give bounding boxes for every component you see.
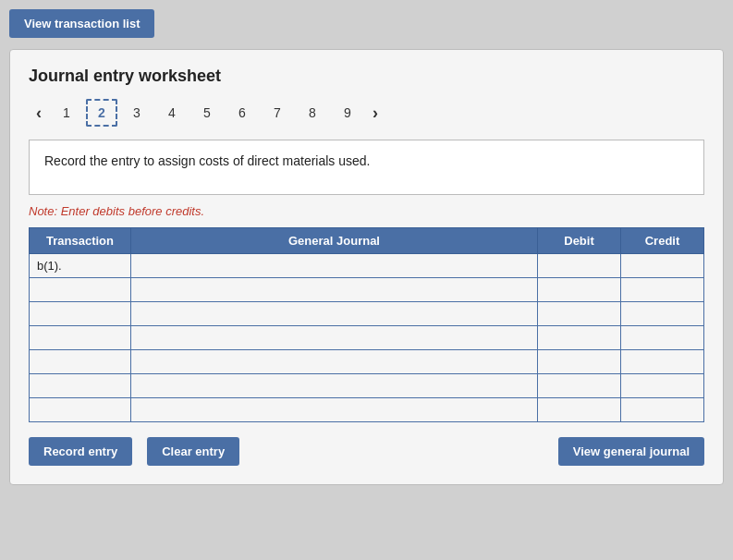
- cell-debit-1[interactable]: [538, 278, 621, 302]
- cell-transaction-2: [30, 302, 131, 326]
- cell-debit-3[interactable]: [538, 326, 621, 350]
- col-header-credit: Credit: [621, 228, 704, 254]
- next-page-button[interactable]: ›: [365, 100, 385, 127]
- input-debit-0[interactable]: [538, 254, 620, 277]
- cell-transaction-4: [30, 350, 131, 374]
- note-text: Note: Enter debits before credits.: [29, 204, 704, 218]
- cell-transaction-6: [30, 398, 131, 422]
- col-header-transaction: Transaction: [30, 228, 131, 254]
- input-debit-1[interactable]: [538, 278, 620, 301]
- cell-credit-0[interactable]: [621, 254, 704, 278]
- col-header-debit: Debit: [538, 228, 621, 254]
- input-debit-3[interactable]: [538, 326, 620, 349]
- table-row: [30, 302, 704, 326]
- cell-credit-4[interactable]: [621, 350, 704, 374]
- main-card: Journal entry worksheet ‹ 1 2 3 4 5 6 7 …: [9, 49, 724, 485]
- input-journal-0[interactable]: [131, 254, 537, 277]
- cell-debit-0[interactable]: [538, 254, 621, 278]
- view-general-journal-button[interactable]: View general journal: [558, 437, 704, 466]
- page-9[interactable]: 9: [332, 99, 363, 127]
- table-row: b(1).: [30, 254, 704, 278]
- input-credit-6[interactable]: [621, 398, 703, 421]
- cell-credit-5[interactable]: [621, 374, 704, 398]
- table-row: [30, 374, 704, 398]
- input-credit-2[interactable]: [621, 302, 703, 325]
- cell-transaction-0: b(1).: [30, 254, 131, 278]
- journal-table: Transaction General Journal Debit Credit…: [29, 227, 704, 422]
- page-3[interactable]: 3: [121, 99, 153, 127]
- page-2[interactable]: 2: [86, 99, 117, 127]
- input-debit-6[interactable]: [538, 398, 620, 421]
- cell-debit-5[interactable]: [538, 374, 621, 398]
- cell-journal-4[interactable]: [131, 350, 538, 374]
- input-journal-6[interactable]: [131, 398, 537, 421]
- input-debit-2[interactable]: [538, 302, 620, 325]
- cell-journal-0[interactable]: [131, 254, 538, 278]
- clear-entry-button[interactable]: Clear entry: [147, 437, 239, 466]
- cell-journal-1[interactable]: [131, 278, 538, 302]
- bottom-buttons: Record entry Clear entry View general jo…: [29, 437, 704, 466]
- input-credit-1[interactable]: [621, 278, 703, 301]
- table-row: [30, 398, 704, 422]
- cell-debit-2[interactable]: [538, 302, 621, 326]
- input-credit-5[interactable]: [621, 374, 703, 397]
- cell-transaction-3: [30, 326, 131, 350]
- cell-transaction-1: [30, 278, 131, 302]
- cell-debit-4[interactable]: [538, 350, 621, 374]
- record-entry-button[interactable]: Record entry: [29, 437, 132, 466]
- cell-credit-2[interactable]: [621, 302, 704, 326]
- cell-transaction-5: [30, 374, 131, 398]
- page-5[interactable]: 5: [191, 99, 223, 127]
- page-1[interactable]: 1: [51, 99, 82, 127]
- view-transaction-list-button[interactable]: View transaction list: [9, 9, 154, 38]
- input-journal-1[interactable]: [131, 278, 537, 301]
- input-journal-3[interactable]: [131, 326, 537, 349]
- cell-journal-6[interactable]: [131, 398, 538, 422]
- input-journal-5[interactable]: [131, 374, 537, 397]
- input-credit-0[interactable]: [621, 254, 703, 277]
- input-journal-4[interactable]: [131, 350, 537, 373]
- table-row: [30, 350, 704, 374]
- card-title: Journal entry worksheet: [29, 67, 704, 86]
- page-8[interactable]: 8: [297, 99, 328, 127]
- cell-credit-1[interactable]: [621, 278, 704, 302]
- table-row: [30, 278, 704, 302]
- table-row: [30, 326, 704, 350]
- page-4[interactable]: 4: [156, 99, 188, 127]
- pagination: ‹ 1 2 3 4 5 6 7 8 9 ›: [29, 99, 704, 127]
- input-debit-4[interactable]: [538, 350, 620, 373]
- page-6[interactable]: 6: [226, 99, 258, 127]
- cell-debit-6[interactable]: [538, 398, 621, 422]
- instruction-text: Record the entry to assign costs of dire…: [44, 153, 371, 168]
- top-bar: View transaction list: [9, 9, 724, 38]
- input-debit-5[interactable]: [538, 374, 620, 397]
- col-header-journal: General Journal: [131, 228, 538, 254]
- cell-credit-3[interactable]: [621, 326, 704, 350]
- page-7[interactable]: 7: [262, 99, 293, 127]
- input-credit-3[interactable]: [621, 326, 703, 349]
- cell-credit-6[interactable]: [621, 398, 704, 422]
- instruction-box: Record the entry to assign costs of dire…: [29, 140, 704, 195]
- prev-page-button[interactable]: ‹: [29, 100, 49, 127]
- cell-journal-3[interactable]: [131, 326, 538, 350]
- cell-journal-5[interactable]: [131, 374, 538, 398]
- cell-journal-2[interactable]: [131, 302, 538, 326]
- input-journal-2[interactable]: [131, 302, 537, 325]
- input-credit-4[interactable]: [621, 350, 703, 373]
